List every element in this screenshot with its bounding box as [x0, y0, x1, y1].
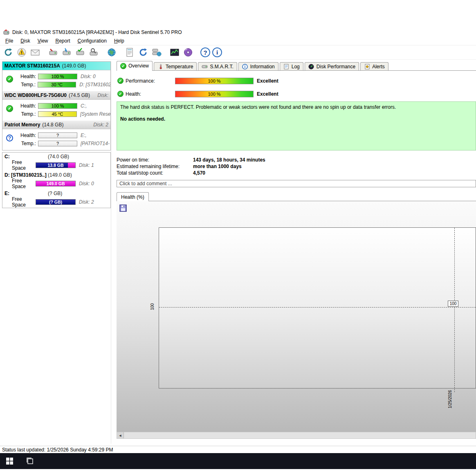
tab-alerts[interactable]: Alerts: [360, 62, 388, 70]
alerts-icon: [364, 63, 370, 70]
alert-icon[interactable]: [16, 47, 27, 58]
chart-background: 100 100 1/25/2026: [117, 201, 476, 432]
accept-disk-icon[interactable]: [74, 47, 86, 58]
free-space-bar: (? GB): [36, 199, 76, 205]
information-icon: [242, 63, 248, 70]
partitions-list: C: (74.0 GB) Free Space 13.8 GB Disk: 1 …: [2, 152, 111, 208]
help-glyph: ?: [203, 49, 207, 56]
tab-smart[interactable]: S.M.A.R.T.: [198, 62, 237, 70]
window-title: Disk: 0, MAXTOR STM3160215A [9RA42EM2] -…: [12, 29, 182, 35]
refresh-icon[interactable]: [2, 47, 14, 58]
free-space-value: 149.0 GB: [36, 181, 75, 186]
desktop: Disk: 0, MAXTOR STM3160215A [9RA42EM2] -…: [0, 0, 476, 476]
windows-taskbar: [0, 453, 476, 469]
free-space-label: Free Space: [12, 178, 36, 189]
disk-entry-wdc[interactable]: WDC WD800HLFS-75G6U0 (74.5 GB) Disk: ✓ H…: [2, 91, 110, 121]
performance-label: Performance:: [126, 78, 155, 84]
info-about-icon[interactable]: i: [212, 47, 222, 57]
gridline-horizontal: [159, 307, 476, 308]
menu-disk[interactable]: Disk: [17, 37, 34, 45]
menu-bar: File Disk View Report Configuration Help: [0, 37, 476, 45]
free-space-label: Free Space: [12, 159, 36, 171]
network-disks-icon[interactable]: [151, 47, 162, 58]
menu-report[interactable]: Report: [52, 37, 74, 45]
tab-bar: ✓ Overview Temperature S.M.A.R.T. Inform…: [117, 61, 476, 71]
status-bar: Status last updated: 1/25/2026 Sunday 4:…: [0, 446, 476, 453]
tab-information[interactable]: Information: [238, 62, 278, 70]
health-bar: 100 %: [38, 74, 77, 79]
partition-size: (149.0 GB): [48, 172, 72, 178]
disc-media-icon[interactable]: [182, 47, 194, 58]
app-icon: [3, 29, 10, 36]
status-action: No actions needed.: [120, 116, 472, 122]
disk-header-selected[interactable]: MAXTOR STM3160215A (149.0 GB): [2, 62, 110, 70]
power-on-time-value: 143 days, 18 hours, 34 minutes: [193, 157, 265, 163]
health-row: ✓ Health: 100 % Excellent: [115, 91, 476, 98]
temp-label: Temp.:: [19, 82, 36, 88]
ok-icon: ✓: [117, 78, 123, 84]
tab-disk-performance[interactable]: Disk Performance: [305, 62, 359, 70]
disk-analysis-icon[interactable]: [169, 47, 180, 58]
performance-row: ✓ Performance: 100 % Excellent: [115, 78, 476, 85]
partition-entry-d[interactable]: D: [STM3160215..] (149.0 GB) Free Space …: [2, 171, 110, 188]
find-disks-icon[interactable]: [88, 47, 99, 58]
health-bar: 100 %: [175, 91, 254, 97]
report-icon[interactable]: [124, 47, 135, 58]
health-label: Health:: [19, 103, 36, 109]
tab-log[interactable]: Log: [280, 62, 303, 70]
partition-entry-e[interactable]: E: (? GB) Free Space (? GB) Disk: 2: [2, 189, 110, 206]
disk-stats: Power on time: 143 days, 18 hours, 34 mi…: [117, 157, 362, 176]
tab-health-chart[interactable]: Health (%): [117, 192, 149, 201]
save-chart-icon[interactable]: [119, 204, 127, 212]
tab-temperature[interactable]: Temperature: [154, 62, 197, 70]
menu-configuration[interactable]: Configuration: [74, 37, 110, 45]
disk-tools-icon[interactable]: [47, 47, 59, 58]
start-button[interactable]: [0, 453, 19, 469]
disk-header[interactable]: Patriot Memory (14.8 GB) Disk: 2: [2, 121, 110, 129]
tab-overview[interactable]: ✓ Overview: [117, 61, 153, 70]
performance-rating: Excellent: [257, 78, 278, 84]
ok-icon: ✓: [117, 91, 123, 97]
chart-horizontal-scrollbar[interactable]: ◄: [117, 432, 476, 439]
menu-view[interactable]: View: [34, 37, 52, 45]
health-label: Health:: [19, 74, 36, 79]
temp-label: Temp.:: [19, 111, 36, 117]
main-panel: ✓ Overview Temperature S.M.A.R.T. Inform…: [115, 61, 476, 444]
volume-label: C:,: [81, 103, 87, 109]
task-view-button[interactable]: [20, 453, 39, 469]
menu-file[interactable]: File: [2, 37, 17, 45]
start-stop-count-value: 4,570: [193, 170, 205, 176]
detect-disks-icon[interactable]: [61, 47, 72, 58]
health-ok-icon: ✓: [6, 76, 13, 83]
partition-entry-c[interactable]: C: (74.0 GB) Free Space 13.8 GB Disk: 1: [2, 153, 110, 169]
health-chart-panel: 100 100 1/25/2026 ◄: [117, 201, 476, 438]
toolbar: ? i: [0, 45, 476, 60]
disk-sidebar: MAXTOR STM3160215A (149.0 GB) ✓ Health: …: [2, 61, 111, 444]
status-text: The hard disk status is PERFECT. Problem…: [120, 104, 472, 110]
partition-size: (? GB): [48, 191, 62, 196]
free-space-bar: 13.8 GB: [36, 162, 76, 168]
volume-label: [PATRIOT14-: [81, 141, 110, 146]
scroll-left-button[interactable]: ◄: [117, 432, 124, 438]
power-on-time-label: Power on time:: [117, 157, 193, 163]
disk-index-label: Disk: 0: [79, 181, 94, 186]
help-icon[interactable]: ?: [200, 47, 210, 57]
physical-disks-list: MAXTOR STM3160215A (149.0 GB) ✓ Health: …: [2, 61, 111, 150]
partition-name: C:: [4, 154, 48, 159]
volume-label: D: [STM31602: [79, 82, 110, 88]
send-email-icon[interactable]: [29, 47, 41, 58]
temp-bar: 30 °C: [38, 82, 76, 88]
disk-header[interactable]: WDC WD800HLFS-75G6U0 (74.5 GB) Disk:: [2, 91, 110, 100]
health-bar: 100 %: [38, 103, 77, 109]
refresh-info-icon[interactable]: [137, 47, 149, 58]
disk-entry-patriot[interactable]: Patriot Memory (14.8 GB) Disk: 2 ? Healt…: [2, 121, 110, 150]
comment-input[interactable]: Click to add comment ...: [117, 180, 476, 187]
web-globe-icon[interactable]: [106, 47, 117, 58]
temp-label: Temp.:: [19, 141, 36, 146]
remaining-lifetime-value: more than 1000 days: [193, 164, 242, 169]
info-glyph: i: [216, 49, 218, 56]
menu-help[interactable]: Help: [110, 37, 128, 45]
disk-entry-maxtor[interactable]: MAXTOR STM3160215A (149.0 GB) ✓ Health: …: [2, 62, 110, 91]
disk-name: WDC WD800HLFS-75G6U0: [4, 92, 67, 98]
remaining-lifetime-label: Estimated remaining lifetime:: [117, 164, 193, 169]
